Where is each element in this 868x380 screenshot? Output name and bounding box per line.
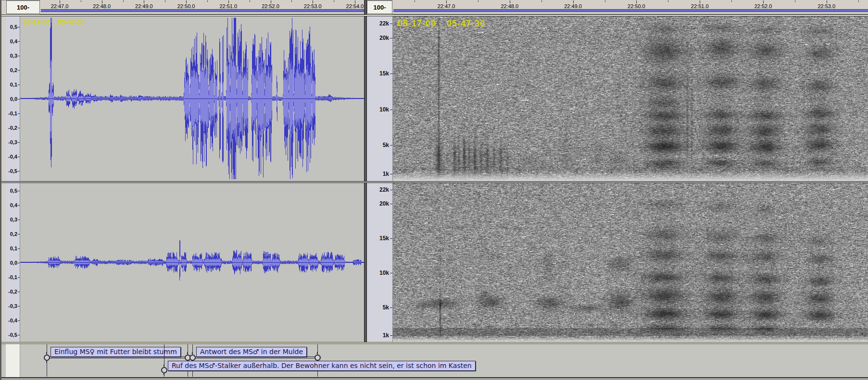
amplitude-tick-label: -0,4 bbox=[8, 154, 17, 159]
amplitude-tick bbox=[18, 320, 20, 321]
timeline-tick-label: 22:50.0 bbox=[628, 3, 645, 9]
frequency-tick-label: 1k bbox=[383, 332, 389, 339]
amplitude-tick bbox=[18, 128, 20, 128]
waveform-canvas-track1[interactable] bbox=[20, 16, 364, 181]
amplitude-tick bbox=[18, 85, 20, 85]
amplitude-tick bbox=[18, 248, 20, 249]
timeline-minor-tick bbox=[668, 0, 668, 2]
timeline-minor-tick bbox=[605, 0, 605, 2]
timeline-minor-tick bbox=[123, 0, 124, 2]
timeline-minor-tick bbox=[478, 0, 478, 2]
amplitude-tick-label: -0,4 bbox=[8, 318, 17, 323]
spectrogram-canvas-track2[interactable] bbox=[393, 183, 868, 342]
frequency-tick bbox=[390, 145, 392, 146]
frequency-tick bbox=[390, 110, 392, 110]
amplitude-tick-label: -0,2 bbox=[8, 289, 17, 294]
left-timeline-ruler[interactable]: 22:47.022:48.022:49.022:50.022:51.022:52… bbox=[40, 0, 364, 14]
spectrogram-frequency-ruler-track2[interactable]: 22k20k15k10k5k1k bbox=[367, 183, 393, 342]
amplitude-tick-label: 0,5 bbox=[10, 188, 17, 194]
label-text-box[interactable]: Einflug MS♀ mit Futter bleibt stumm bbox=[50, 347, 181, 357]
label-handle-stub bbox=[192, 352, 193, 354]
timeline-position-bar[interactable] bbox=[393, 9, 868, 12]
amplitude-tick bbox=[18, 292, 20, 292]
amplitude-tick bbox=[18, 171, 20, 172]
label-handle-icon[interactable] bbox=[314, 355, 321, 361]
amplitude-tick-label: -0,5 bbox=[8, 168, 17, 174]
timeline-minor-tick bbox=[415, 0, 415, 2]
waveform-amplitude-ruler-track2[interactable]: 0,50,40,30,20,10,0-0,1-0,2-0,3-0,4-0,5 bbox=[6, 183, 20, 342]
label-handle-icon[interactable] bbox=[189, 355, 196, 361]
amplitude-tick-label: -0,1 bbox=[8, 274, 17, 280]
timeline-minor-tick bbox=[81, 0, 81, 2]
amplitude-tick-label: 0,3 bbox=[10, 217, 17, 222]
timeline-minor-tick bbox=[291, 0, 292, 2]
track-name-spectrogram: 05-17-00__05-47-30 bbox=[398, 19, 485, 29]
amplitude-tick bbox=[18, 27, 20, 27]
label-handle-icon[interactable] bbox=[44, 355, 50, 361]
frequency-tick-label: 20k bbox=[379, 35, 389, 41]
amplitude-tick bbox=[18, 56, 20, 56]
timeline-tick-label: 22:52.0 bbox=[262, 3, 279, 9]
timeline-tick-label: 22:47.0 bbox=[51, 3, 69, 9]
right-timeline-ruler[interactable]: 22:47.022:48.022:49.022:50.022:51.022:52… bbox=[392, 0, 868, 14]
amplitude-tick-label: -0,5 bbox=[8, 332, 17, 338]
amplitude-tick bbox=[18, 335, 20, 335]
amplitude-tick bbox=[18, 277, 20, 278]
frequency-tick bbox=[390, 38, 392, 38]
timeline-minor-tick bbox=[731, 0, 732, 2]
amplitude-tick-label: 0,1 bbox=[10, 245, 17, 251]
label-handle-stub bbox=[46, 352, 47, 354]
timeline-minor-tick bbox=[207, 0, 208, 2]
label-handle-stub bbox=[164, 373, 164, 375]
spectrogram-frequency-ruler-track1[interactable]: 22k20k15k10k5k1k bbox=[367, 16, 393, 181]
frequency-tick bbox=[390, 204, 392, 204]
amplitude-tick bbox=[18, 113, 20, 114]
frequency-tick-label: 20k bbox=[379, 200, 389, 207]
timeline-tick-label: 22:52.0 bbox=[755, 3, 772, 9]
frequency-tick bbox=[390, 174, 392, 174]
amplitude-tick bbox=[18, 41, 20, 42]
timeline-minor-tick bbox=[858, 0, 859, 2]
amplitude-tick-label: 0,5 bbox=[10, 24, 17, 30]
bottom-chrome bbox=[1, 378, 868, 380]
timeline-tick-label: 22:51.0 bbox=[691, 3, 709, 9]
right-vertical-zoom-box[interactable]: 100- bbox=[367, 0, 392, 14]
timeline-tick-label: 22:48.0 bbox=[501, 3, 518, 9]
timeline-tick-label: 22:48.0 bbox=[93, 3, 111, 9]
timeline-position-bar[interactable] bbox=[41, 9, 364, 12]
frequency-tick-label: 5k bbox=[383, 304, 389, 311]
timeline-minor-tick bbox=[541, 0, 542, 2]
amplitude-tick-label: 0,0 bbox=[10, 96, 17, 102]
amplitude-tick bbox=[18, 142, 20, 143]
timeline-minor-tick bbox=[165, 0, 165, 2]
timeline-minor-tick bbox=[250, 0, 250, 2]
amplitude-tick-label: -0,3 bbox=[8, 139, 17, 145]
amplitude-tick-label: 0,1 bbox=[10, 82, 17, 87]
divider-between-tracks[interactable] bbox=[1, 181, 868, 183]
frequency-tick bbox=[390, 190, 392, 190]
spectrogram-canvas-track1[interactable] bbox=[393, 16, 868, 181]
timeline-tick-label: 22:47.0 bbox=[438, 3, 455, 9]
timeline-tick-label: 22:50.0 bbox=[177, 3, 195, 9]
label-text-box[interactable]: Antwort des MS♂ in der Mulde bbox=[196, 347, 307, 357]
left-vertical-zoom-box[interactable]: 100- bbox=[6, 0, 40, 14]
waveform-canvas-track2[interactable] bbox=[20, 183, 364, 342]
frequency-tick bbox=[390, 24, 392, 24]
label-track-control-panel[interactable] bbox=[6, 344, 20, 377]
timeline-tick-label: 22:49.0 bbox=[135, 3, 153, 9]
frequency-tick bbox=[390, 238, 392, 239]
left-vertical-zoom-label: 100- bbox=[17, 4, 29, 11]
waveform-amplitude-ruler-track1[interactable]: 0,50,40,30,20,10,0-0,1-0,2-0,3-0,4-0,5 bbox=[6, 16, 20, 181]
amplitude-tick-label: -0,3 bbox=[8, 303, 17, 309]
label-text-box[interactable]: Ruf des MS♂-Stalker außerhalb. Der Bewoh… bbox=[168, 361, 476, 371]
frequency-tick-label: 15k bbox=[379, 70, 389, 77]
timeline-minor-tick bbox=[334, 0, 334, 2]
amplitude-tick bbox=[18, 234, 20, 234]
timeline-tick-label: 22:49.0 bbox=[564, 3, 582, 9]
label-handle-icon[interactable] bbox=[161, 367, 167, 373]
right-vertical-zoom-label: 100- bbox=[373, 4, 386, 11]
amplitude-tick-label: 0,4 bbox=[10, 38, 17, 44]
amplitude-tick bbox=[18, 220, 20, 220]
timeline-tick-label: 22:53.0 bbox=[304, 3, 322, 9]
frequency-tick bbox=[390, 335, 392, 336]
